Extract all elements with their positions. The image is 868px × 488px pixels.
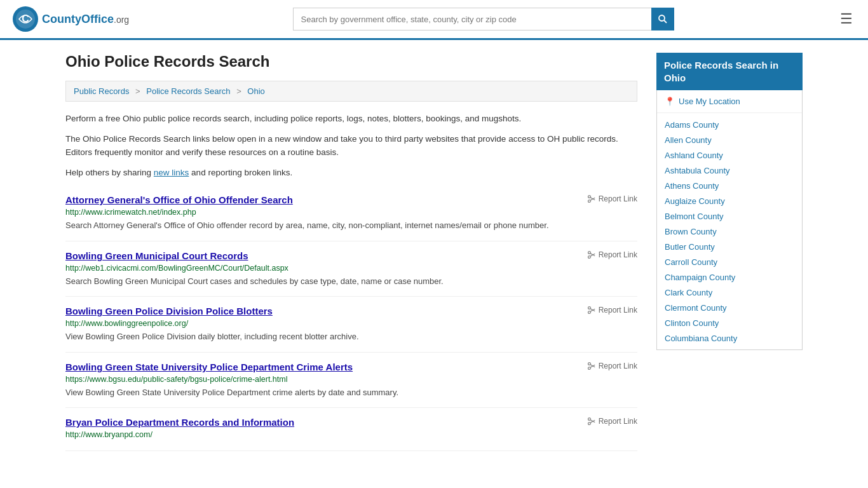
sidebar-county-link-6[interactable]: Belmont County: [665, 212, 724, 221]
breadcrumb-police-records-search[interactable]: Police Records Search: [146, 86, 230, 96]
svg-line-4: [664, 20, 667, 23]
scissors-icon-3: [587, 362, 596, 370]
menu-button[interactable]: ☰: [837, 8, 855, 30]
description-3: Help others by sharing new links and rep…: [65, 166, 637, 180]
description-1: Perform a free Ohio public police record…: [65, 112, 637, 126]
sidebar-county-item: Ashland County: [657, 147, 802, 163]
svg-point-17: [588, 362, 590, 365]
record-desc-3: View Bowling Green State University Poli…: [65, 386, 637, 399]
record-url-3[interactable]: https://www.bgsu.edu/public-safety/bgsu-…: [65, 375, 637, 384]
svg-point-14: [588, 311, 590, 314]
sidebar-county-item: Champaign County: [657, 269, 802, 285]
sidebar-county-item: Adams County: [657, 117, 802, 132]
sidebar-county-item: Columbiana County: [657, 330, 802, 346]
hamburger-icon: ☰: [840, 11, 853, 27]
site-header: C CountyOffice.org ☰: [0, 0, 868, 40]
description-2: The Ohio Police Records Search links bel…: [65, 132, 637, 159]
record-item: Bowling Green Police Division Police Blo…: [65, 297, 637, 353]
sidebar-county-link-7[interactable]: Brown County: [665, 227, 717, 236]
county-list: Adams CountyAllen CountyAshland CountyAs…: [657, 113, 802, 349]
svg-point-9: [588, 251, 590, 254]
record-header: Bowling Green State University Police De…: [65, 362, 637, 375]
report-link-0[interactable]: Report Link: [587, 194, 637, 203]
breadcrumb-ohio[interactable]: Ohio: [247, 86, 264, 96]
record-desc-0: Search Attorney General's Office of Ohio…: [65, 219, 637, 232]
report-link-2[interactable]: Report Link: [587, 306, 637, 315]
record-title-2[interactable]: Bowling Green Police Division Police Blo…: [65, 306, 273, 316]
record-url-0[interactable]: http://www.icrimewatch.net/index.php: [65, 208, 637, 217]
report-link-4[interactable]: Report Link: [587, 417, 637, 426]
sidebar-county-item: Athens County: [657, 178, 802, 193]
main-content: Ohio Police Records Search Public Record…: [65, 53, 637, 451]
sidebar-county-link-4[interactable]: Athens County: [665, 181, 719, 191]
record-header: Bowling Green Municipal Court Records Re…: [65, 250, 637, 264]
sidebar-county-item: Clermont County: [657, 300, 802, 315]
record-desc-2: View Bowling Green Police Division daily…: [65, 330, 637, 343]
breadcrumb-sep-1: >: [135, 86, 140, 96]
record-item: Bowling Green State University Police De…: [65, 353, 637, 409]
report-link-1[interactable]: Report Link: [587, 250, 637, 259]
record-item: Bowling Green Municipal Court Records Re…: [65, 241, 637, 297]
logo-icon: C: [13, 6, 38, 32]
sidebar-county-item: Clinton County: [657, 315, 802, 330]
pin-icon: 📍: [665, 97, 675, 106]
scissors-icon-4: [587, 417, 596, 426]
desc3-prefix: Help others by sharing: [65, 168, 154, 177]
sidebar-county-link-14[interactable]: Columbiana County: [665, 334, 737, 343]
record-title-0[interactable]: Attorney General's Office of Ohio Offend…: [65, 194, 293, 205]
sidebar-body: 📍 Use My Location Adams CountyAllen Coun…: [656, 90, 803, 350]
sidebar-county-item: Ashtabula County: [657, 163, 802, 178]
record-header: Bowling Green Police Division Police Blo…: [65, 306, 637, 319]
use-my-location-label: Use My Location: [679, 97, 740, 106]
logo-text: CountyOffice.org: [42, 13, 129, 26]
svg-point-6: [588, 200, 590, 203]
scissors-icon-1: [587, 250, 596, 259]
record-item: Bryan Police Department Records and Info…: [65, 408, 637, 451]
sidebar-county-item: Brown County: [657, 224, 802, 239]
sidebar-county-link-9[interactable]: Carroll County: [665, 257, 717, 267]
sidebar-county-item: Allen County: [657, 132, 802, 147]
sidebar-county-link-5[interactable]: Auglaize County: [665, 196, 725, 206]
sidebar-title: Police Records Search in Ohio: [656, 53, 803, 90]
record-desc-1: Search Bowling Green Municipal Court cas…: [65, 275, 637, 288]
record-title-4[interactable]: Bryan Police Department Records and Info…: [65, 417, 294, 428]
sidebar-county-link-11[interactable]: Clark County: [665, 288, 712, 297]
sidebar-county-link-13[interactable]: Clinton County: [665, 318, 719, 328]
sidebar-county-link-3[interactable]: Ashtabula County: [665, 166, 730, 175]
sidebar-county-link-1[interactable]: Allen County: [665, 135, 712, 145]
record-url-4[interactable]: http://www.bryanpd.com/: [65, 430, 637, 439]
sidebar-county-link-2[interactable]: Ashland County: [665, 151, 723, 160]
sidebar-county-link-10[interactable]: Champaign County: [665, 273, 735, 282]
sidebar-county-item: Carroll County: [657, 254, 802, 269]
record-item: Attorney General's Office of Ohio Offend…: [65, 186, 637, 241]
search-input[interactable]: [293, 8, 651, 30]
record-url-1[interactable]: http://web1.civicacmi.com/BowlingGreenMC…: [65, 264, 637, 273]
sidebar-county-link-8[interactable]: Butler County: [665, 242, 715, 252]
svg-point-22: [588, 423, 590, 425]
record-title-3[interactable]: Bowling Green State University Police De…: [65, 362, 353, 372]
record-title-1[interactable]: Bowling Green Municipal Court Records: [65, 250, 248, 261]
scissors-icon-0: [587, 194, 596, 203]
record-url-2[interactable]: http://www.bowlinggreenpolice.org/: [65, 319, 637, 328]
svg-point-13: [588, 307, 590, 309]
sidebar-county-link-0[interactable]: Adams County: [665, 120, 719, 130]
report-link-3[interactable]: Report Link: [587, 362, 637, 370]
sidebar-county-link-12[interactable]: Clermont County: [665, 303, 727, 313]
page-container: Ohio Police Records Search Public Record…: [53, 40, 815, 464]
search-button[interactable]: [651, 8, 674, 30]
desc3-suffix: and reporting broken links.: [189, 168, 292, 177]
records-list: Attorney General's Office of Ohio Offend…: [65, 186, 637, 451]
breadcrumb-public-records[interactable]: Public Records: [74, 86, 129, 96]
svg-point-5: [588, 196, 590, 198]
svg-point-21: [588, 418, 590, 421]
svg-point-10: [588, 255, 590, 258]
record-header: Attorney General's Office of Ohio Offend…: [65, 194, 637, 208]
logo-area: C CountyOffice.org: [13, 6, 129, 32]
scissors-icon-2: [587, 306, 596, 315]
search-icon: [658, 14, 668, 24]
new-links-link[interactable]: new links: [154, 168, 189, 177]
use-my-location-button[interactable]: 📍 Use My Location: [657, 90, 802, 113]
record-header: Bryan Police Department Records and Info…: [65, 417, 637, 430]
page-title: Ohio Police Records Search: [65, 53, 637, 71]
svg-point-18: [588, 367, 590, 369]
